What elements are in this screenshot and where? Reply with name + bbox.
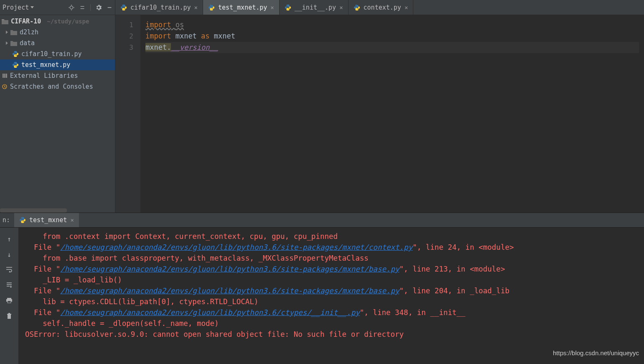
console-path[interactable]: /home/seugraph/anaconda2/envs/gluon/lib/… <box>60 308 359 317</box>
tree-item-label: Scratches and Consoles <box>10 83 93 90</box>
project-path: ~/study/uspe <box>47 18 89 25</box>
console-location: ", line 204, in _load_lib <box>400 287 509 295</box>
close-icon[interactable]: × <box>70 217 74 223</box>
sidebar-header: Project <box>0 0 115 15</box>
svg-rect-10 <box>8 313 10 314</box>
tree-item-label: cifar10_train.py <box>21 50 82 58</box>
tab-label: test_mxnet.py <box>218 4 267 11</box>
svg-rect-3 <box>6 74 7 78</box>
editor-area: cifar10_train.py × test_mxnet.py × __ini… <box>115 0 644 213</box>
code-attribute: __version__ <box>171 43 218 51</box>
close-icon[interactable]: × <box>270 4 274 11</box>
scratches-icon <box>2 84 8 90</box>
line-number: 3 <box>115 42 133 53</box>
svg-rect-9 <box>8 315 11 319</box>
collapse-icon[interactable] <box>79 5 85 10</box>
close-icon[interactable]: × <box>405 4 408 11</box>
code-object: mxnet <box>145 43 167 51</box>
tree-folder[interactable]: data <box>0 38 115 49</box>
code-alias: mxnet <box>214 32 235 40</box>
console-file-label: File " <box>25 308 60 317</box>
svg-rect-2 <box>4 74 5 78</box>
tab-cifar10-train[interactable]: cifar10_train.py × <box>115 0 203 15</box>
tree-item-label: data <box>20 39 35 47</box>
svg-point-0 <box>70 6 73 9</box>
line-number: 1 <box>115 19 133 31</box>
python-icon <box>285 4 291 11</box>
close-icon[interactable]: × <box>194 4 198 11</box>
tab-test-mxnet[interactable]: test_mxnet.py × <box>203 0 280 15</box>
tab-label: __init__.py <box>295 4 336 11</box>
tree-folder[interactable]: d2lzh <box>0 27 115 38</box>
editor-body[interactable]: 1 2 3 import os import mxnet as mxnet mx… <box>115 15 644 213</box>
tree-item-label: d2lzh <box>20 28 38 36</box>
watermark: https://blog.csdn.net/uniqueyyc <box>553 349 639 356</box>
console-file-label: File " <box>25 265 60 273</box>
tree-file-selected[interactable]: test_mxnet.py <box>0 59 115 70</box>
console-file-label: File " <box>25 243 60 251</box>
run-tab-label: test_mxnet <box>29 216 67 224</box>
code-area[interactable]: import os import mxnet as mxnet mxnet.__… <box>140 15 644 213</box>
tab-label: context.py <box>364 4 401 11</box>
console-line: self._handle = _dlopen(self._name, mode) <box>25 319 219 328</box>
console-line: _LIB = _load_lib() <box>25 276 122 284</box>
hide-icon[interactable] <box>107 5 112 10</box>
code-module: os <box>176 21 184 29</box>
up-icon[interactable]: ↑ <box>7 235 11 243</box>
scrollbar-thumb[interactable] <box>0 208 67 213</box>
editor-tabs: cifar10_train.py × test_mxnet.py × __ini… <box>115 0 644 15</box>
console-line: from .context import Context, current_co… <box>25 232 338 241</box>
run-toolbar: ↑ ↓ <box>0 228 18 364</box>
python-icon <box>354 4 360 11</box>
svg-rect-1 <box>3 74 4 78</box>
code-dot: . <box>167 43 171 51</box>
run-tab[interactable]: test_mxnet × <box>14 213 79 227</box>
gear-icon[interactable] <box>96 5 102 10</box>
sidebar-title-text: Project <box>3 4 29 11</box>
sidebar-title[interactable]: Project <box>3 4 34 11</box>
project-tree[interactable]: CIFAR-10 ~/study/uspe d2lzh data cifar10… <box>0 15 115 92</box>
console-line: from .base import classproperty, with_me… <box>25 254 369 262</box>
python-icon <box>19 217 26 223</box>
console-file-label: File " <box>25 287 60 295</box>
chevron-down-icon <box>31 6 34 8</box>
project-sidebar: Project <box>0 0 115 213</box>
code-keyword: import <box>145 21 171 29</box>
console-path[interactable]: /home/seugraph/anaconda2/envs/gluon/lib/… <box>60 287 399 295</box>
tab-context[interactable]: context.py × <box>349 0 414 15</box>
console-location: ", line 348, in __init__ <box>360 308 466 317</box>
python-icon <box>12 62 19 68</box>
code-module: mxnet <box>176 32 197 40</box>
library-icon <box>2 73 8 79</box>
line-number: 2 <box>115 31 133 42</box>
wrap-icon[interactable] <box>6 266 13 274</box>
svg-rect-8 <box>7 314 11 315</box>
console-path[interactable]: /home/seugraph/anaconda2/envs/gluon/lib/… <box>60 243 412 251</box>
folder-icon <box>2 18 8 24</box>
console-path[interactable]: /home/seugraph/anaconda2/envs/gluon/lib/… <box>60 265 399 273</box>
tree-file[interactable]: cifar10_train.py <box>0 49 115 59</box>
external-libraries[interactable]: External Libraries <box>0 70 115 81</box>
folder-icon <box>10 41 17 46</box>
run-tabs: n: test_mxnet × <box>0 213 644 228</box>
separator <box>90 4 91 11</box>
print-icon[interactable] <box>6 297 13 305</box>
console-output[interactable]: from .context import Context, current_co… <box>18 228 644 364</box>
scroll-icon[interactable] <box>6 282 13 290</box>
svg-rect-5 <box>7 298 11 299</box>
folder-icon <box>10 30 17 35</box>
python-icon <box>120 4 127 11</box>
chevron-right-icon <box>6 31 8 34</box>
project-root-label: CIFAR-10 <box>11 18 41 25</box>
locate-icon[interactable] <box>69 5 74 10</box>
tab-init[interactable]: __init__.py × <box>280 0 349 15</box>
project-root[interactable]: CIFAR-10 ~/study/uspe <box>0 16 115 27</box>
tab-label: cifar10_train.py <box>130 4 191 11</box>
run-panel-label: n: <box>0 213 14 227</box>
trash-icon[interactable] <box>6 313 12 321</box>
close-icon[interactable]: × <box>339 4 343 11</box>
code-keyword: import <box>145 32 171 40</box>
scratches[interactable]: Scratches and Consoles <box>0 81 115 92</box>
down-icon[interactable]: ↓ <box>7 251 11 259</box>
run-panel: n: test_mxnet × ↑ ↓ from .context import… <box>0 213 644 364</box>
